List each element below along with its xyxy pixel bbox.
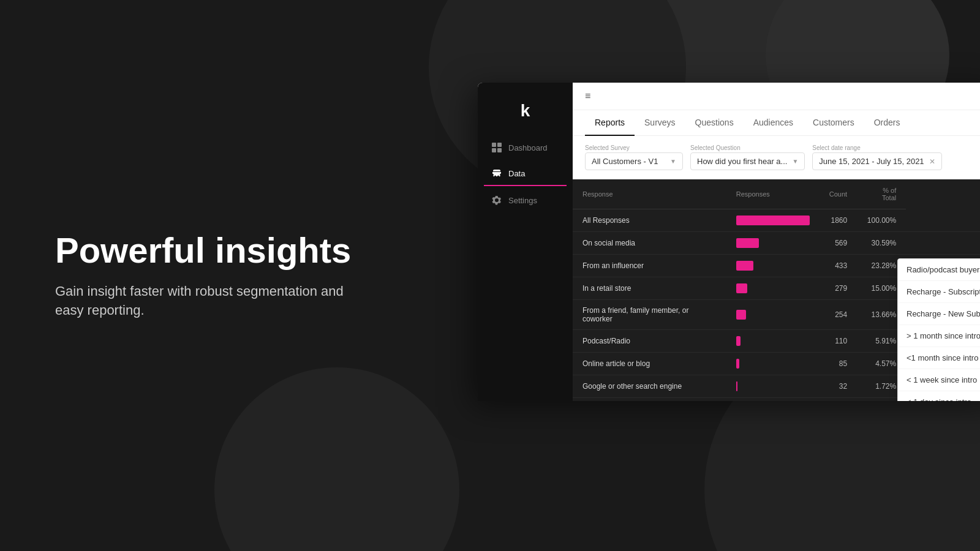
- question-dropdown[interactable]: How did you first hear a... ▼: [690, 152, 805, 170]
- tab-surveys[interactable]: Surveys: [635, 110, 685, 136]
- cell-bar: [726, 330, 820, 353]
- col-header-response: Response: [573, 179, 726, 209]
- hero-heading: Powerful insights: [55, 231, 361, 270]
- sidebar-logo: k: [478, 95, 573, 136]
- question-filter: Selected Question How did you first hear…: [690, 144, 805, 170]
- sidebar-nav: Dashboard Data Settings: [478, 136, 573, 212]
- tab-customers[interactable]: Customers: [803, 110, 864, 136]
- tab-audiences[interactable]: Audiences: [744, 110, 803, 136]
- cell-response: In a retail store: [573, 277, 726, 300]
- cell-bar: [726, 255, 820, 277]
- survey-dropdown[interactable]: All Customers - V1 ▼: [585, 152, 683, 170]
- cell-response: Google or other search engine: [573, 375, 726, 398]
- dropdown-item[interactable]: < 1 day since intro: [898, 391, 980, 401]
- tab-reports[interactable]: Reports: [585, 110, 635, 136]
- cell-bar: [726, 209, 820, 232]
- data-icon: [491, 168, 502, 179]
- svg-rect-2: [492, 148, 496, 152]
- dropdown-item[interactable]: Radio/podcast buyers: [898, 259, 980, 281]
- chevron-down-icon: ▼: [670, 158, 676, 165]
- cell-count: 85: [820, 353, 857, 375]
- col-header-pct: % of Total: [857, 179, 906, 209]
- sidebar-label-dashboard: Dashboard: [508, 143, 548, 152]
- logo-text: k: [521, 101, 530, 121]
- hero-section: Powerful insights Gain insight faster wi…: [55, 231, 361, 320]
- svg-rect-3: [497, 148, 502, 152]
- date-value: June 15, 2021 - July 15, 2021: [819, 157, 924, 166]
- sidebar-label-data: Data: [508, 169, 525, 178]
- table-header-row: Response Responses Count % of Total: [573, 179, 980, 209]
- cell-bar: [726, 277, 820, 300]
- cell-response: From a friend, family member, or coworke…: [573, 300, 726, 330]
- sidebar-item-dashboard[interactable]: Dashboard: [484, 136, 567, 159]
- cell-count: 7: [820, 398, 857, 402]
- question-filter-label: Selected Question: [690, 144, 805, 151]
- chevron-down-icon-2: ▼: [792, 158, 798, 165]
- table-row: All Responses 1860 100.00%: [573, 209, 980, 232]
- table-row: On social media 569 30.59%: [573, 232, 980, 255]
- tab-questions[interactable]: Questions: [685, 110, 744, 136]
- survey-filter-label: Selected Survey: [585, 144, 683, 151]
- main-content: ≡ Reports Surveys Questions Audiences Cu…: [573, 83, 980, 401]
- survey-value: All Customers - V1: [592, 157, 658, 166]
- col-header-count: Count: [820, 179, 857, 209]
- bg-decoration-5: [214, 367, 459, 551]
- cell-pct: 30.59%: [857, 232, 906, 255]
- cell-response: Podcast/Radio: [573, 330, 726, 353]
- dropdown-item[interactable]: < 1 week since intro: [898, 369, 980, 391]
- dropdown-item[interactable]: > 1 month since intro: [898, 325, 980, 347]
- cell-response: On social media: [573, 232, 726, 255]
- settings-icon: [491, 195, 502, 206]
- cell-bar: [726, 232, 820, 255]
- survey-filter: Selected Survey All Customers - V1 ▼: [585, 144, 683, 170]
- dropdown-item[interactable]: Recharge - New Subscription: [898, 303, 980, 325]
- question-value: How did you first hear a...: [697, 157, 787, 166]
- dropdown-item[interactable]: Recharge - Subscription Recur...: [898, 281, 980, 303]
- cell-count: 569: [820, 232, 857, 255]
- date-filter: Select date range June 15, 2021 - July 1…: [812, 144, 941, 170]
- cell-response: Imperfect Foods: [573, 398, 726, 402]
- sidebar-item-data[interactable]: Data: [484, 162, 567, 186]
- cell-count: 433: [820, 255, 857, 277]
- cell-bar: [726, 398, 820, 402]
- date-filter-label: Select date range: [812, 144, 941, 151]
- dropdown-overlay: Radio/podcast buyersRecharge - Subscript…: [897, 258, 980, 401]
- tab-orders[interactable]: Orders: [864, 110, 910, 136]
- cell-response: From an influencer: [573, 255, 726, 277]
- hero-subheading: Gain insight faster with robust segmenta…: [55, 282, 361, 320]
- cell-response: All Responses: [573, 209, 726, 232]
- sidebar-item-settings[interactable]: Settings: [484, 189, 567, 212]
- app-window: k Dashboard: [478, 83, 980, 401]
- cell-count: 110: [820, 330, 857, 353]
- cell-count: 1860: [820, 209, 857, 232]
- date-dropdown[interactable]: June 15, 2021 - July 15, 2021 ✕: [812, 152, 941, 170]
- close-icon[interactable]: ✕: [929, 157, 935, 166]
- sidebar: k Dashboard: [478, 83, 573, 401]
- grid-icon: [491, 142, 502, 153]
- cell-response: Online article or blog: [573, 353, 726, 375]
- svg-rect-0: [492, 143, 496, 147]
- col-header-responses: Responses: [726, 179, 820, 209]
- dropdown-item[interactable]: <1 month since intro: [898, 347, 980, 369]
- sidebar-label-settings: Settings: [508, 196, 537, 205]
- cell-bar: [726, 300, 820, 330]
- cell-count: 279: [820, 277, 857, 300]
- hamburger-icon[interactable]: ≡: [585, 91, 590, 102]
- topbar: ≡: [573, 83, 980, 110]
- cell-count: 254: [820, 300, 857, 330]
- cell-pct: 100.00%: [857, 209, 906, 232]
- cell-bar: [726, 353, 820, 375]
- filters-bar: Selected Survey All Customers - V1 ▼ Sel…: [573, 136, 980, 179]
- cell-count: 32: [820, 375, 857, 398]
- cell-bar: [726, 375, 820, 398]
- svg-rect-1: [497, 143, 502, 147]
- nav-tabs: Reports Surveys Questions Audiences Cust…: [573, 110, 980, 136]
